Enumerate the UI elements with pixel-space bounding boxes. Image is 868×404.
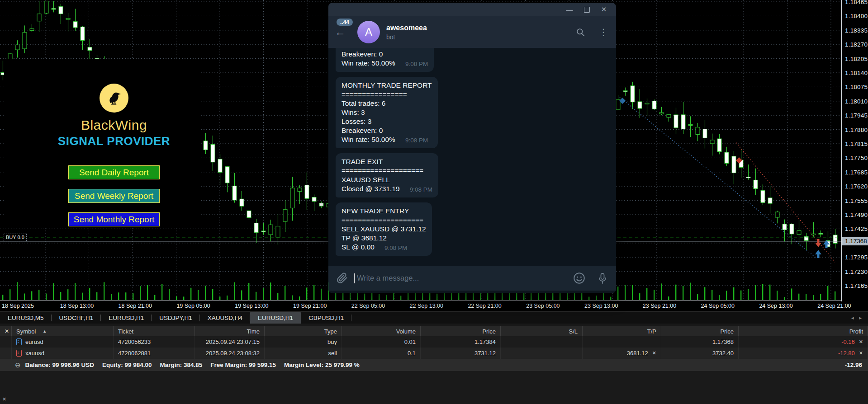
send-report-button-0[interactable]: Send Daily Report	[68, 165, 160, 179]
panel-close-icon[interactable]: ✕	[2, 396, 6, 402]
price-axis-label: 1.18335	[845, 27, 868, 33]
column-header-ticket[interactable]: Ticket	[114, 326, 195, 336]
summary-segment: Equity: 99 984.00	[102, 362, 152, 368]
message-time: 9:08 PM	[405, 136, 428, 145]
toolbox-trade-panel: ✕Symbol▲TicketTimeTypeVolumePriceS/LT/PP…	[0, 324, 868, 371]
price-axis-label: 1.17295	[845, 254, 868, 261]
attach-icon[interactable]	[337, 272, 348, 284]
message-input[interactable]: Write a message...	[357, 274, 573, 282]
chart-tab-eurusd-h1[interactable]: EURUSD,H1	[250, 312, 301, 324]
price-axis-label: 1.17685	[845, 169, 868, 175]
crow-logo-icon	[100, 84, 128, 113]
cell-symbol: eurusd	[12, 336, 114, 348]
cell-volume: 0.1	[342, 348, 421, 359]
time-axis-label: 18 Sep 21:00	[119, 303, 152, 309]
message-text: Wins: 3	[342, 108, 432, 117]
close-position-icon[interactable]: ✕	[652, 350, 656, 356]
arrow-up-marker[interactable]	[815, 250, 821, 258]
message-last-line: SL @ 0.009:08 PM	[342, 243, 426, 252]
column-header-tp[interactable]: T/P	[583, 326, 661, 336]
back-button[interactable]: ← ..44	[335, 26, 353, 38]
chart-tab-xauusd-h4[interactable]: XAUUSD,H4	[200, 312, 250, 324]
trendline-0[interactable]	[620, 97, 817, 258]
chart-tab-usdjpy-h1[interactable]: USDJPY,H1	[152, 312, 200, 324]
microphone-icon[interactable]	[597, 272, 608, 284]
time-axis[interactable]: 18 Sep 202518 Sep 13:0018 Sep 21:0019 Se…	[0, 301, 868, 311]
arrow-down-marker[interactable]	[815, 239, 821, 247]
cell-close	[0, 336, 12, 348]
chart-tab-eurusd-m5[interactable]: EURUSD,M5	[0, 312, 52, 324]
chat-header: ← ..44 A awesomeea bot ⋮	[328, 16, 616, 48]
message-last-line: Win rate: 50.00%9:08 PM	[342, 59, 428, 68]
column-header-time[interactable]: Time	[195, 326, 265, 336]
price-axis-label: 1.18140	[845, 70, 868, 76]
time-axis-label: 19 Sep 13:00	[235, 303, 268, 309]
close-button[interactable]: ✕	[595, 3, 612, 16]
tab-scroll-right-icon[interactable]: ▸	[859, 315, 862, 321]
cell-time: 2025.09.24 23:07:15	[195, 336, 265, 348]
avatar[interactable]: A	[357, 21, 380, 43]
search-icon[interactable]	[576, 28, 585, 37]
bottom-area: ✕	[0, 371, 868, 404]
tab-scroll-left-icon[interactable]: ◂	[851, 315, 854, 321]
price-axis[interactable]: 1.17368 1.184651.184001.183351.182701.18…	[841, 0, 868, 301]
send-report-button-2[interactable]: Send Monthly Report	[68, 212, 160, 226]
cell-tp: 3681.12✕	[583, 348, 661, 359]
chart-tab-gbpusd-h1[interactable]: GBPUSD,H1	[301, 312, 351, 324]
column-header-sl[interactable]: S/L	[501, 326, 583, 336]
time-axis-label: 22 Sep 13:00	[410, 303, 443, 309]
message-time: 9:08 PM	[405, 60, 428, 69]
minimize-button[interactable]: —	[561, 3, 578, 16]
message-text: ================	[342, 90, 432, 99]
cell-type: buy	[265, 336, 342, 348]
price-axis-label: 1.17425	[845, 225, 868, 232]
chart-tab-eurusd-h1[interactable]: EURUSD,H1	[101, 312, 152, 324]
column-header-price[interactable]: Price	[421, 326, 501, 336]
price-axis-label: 1.17620	[845, 183, 868, 190]
chart-tab-usdchf-h1[interactable]: USDCHF,H1	[52, 312, 101, 324]
price-axis-label: 1.17490	[845, 211, 868, 218]
close-position-icon[interactable]: ✕	[859, 339, 863, 345]
maximize-button[interactable]	[578, 3, 595, 16]
order-type-icon	[16, 338, 22, 345]
message-text: Breakeven: 0	[342, 50, 428, 59]
message-list: Breakeven: 0Win rate: 50.00%9:08 PMMONTH…	[328, 48, 616, 266]
trade-row-xauusd[interactable]: xauusd47200628812025.09.24 23:08:32sell0…	[0, 348, 868, 359]
time-axis-label: 18 Sep 2025	[2, 303, 34, 309]
message-last-line: Win rate: 50.00%9:08 PM	[342, 135, 432, 144]
cell-volume: 0.01	[342, 336, 421, 348]
cell-symbol: xauusd	[12, 348, 114, 359]
time-axis-label: 24 Sep 05:00	[701, 303, 735, 309]
chart-tab-bar: EURUSD,M5USDCHF,H1EURUSD,H1USDJPY,H1XAUU…	[0, 311, 868, 324]
message-text: Total trades: 6	[342, 99, 432, 108]
buy-position-label: BUY 0.0	[4, 234, 27, 241]
close-position-icon[interactable]: ✕	[859, 350, 863, 356]
time-axis-label: 23 Sep 13:00	[584, 303, 618, 309]
trade-row-eurusd[interactable]: eurusd47200562332025.09.24 23:07:15buy0.…	[0, 336, 868, 348]
telegram-titlebar: — ✕	[328, 3, 616, 16]
column-header-type[interactable]: Type	[265, 326, 342, 336]
chat-name: awesomeea	[386, 24, 576, 32]
time-axis-label: 22 Sep 21:00	[468, 303, 501, 309]
message-text: TP @ 3681.12	[342, 234, 426, 243]
message-last-line: Closed @ 3731.199:08 PM	[342, 184, 432, 193]
column-header-price[interactable]: Price	[661, 326, 739, 336]
text-caret	[354, 273, 355, 283]
time-axis-label: 24 Sep 21:00	[817, 303, 851, 309]
message-time: 9:08 PM	[384, 244, 407, 253]
message-bubble: Breakeven: 0Win rate: 50.00%9:08 PM	[336, 48, 434, 72]
send-report-button-1[interactable]: Send Weekly Report	[68, 189, 160, 203]
report-buttons: Send Daily ReportSend Weekly ReportSend …	[68, 148, 160, 226]
column-header-symbol[interactable]: Symbol▲	[12, 326, 114, 336]
emoji-icon[interactable]	[573, 272, 585, 284]
message-time: 9:08 PM	[410, 185, 432, 194]
chat-title-block[interactable]: awesomeea bot	[386, 24, 576, 41]
price-axis-label: 1.17555	[845, 197, 868, 204]
column-header-volume[interactable]: Volume	[342, 326, 421, 336]
kebab-menu-icon[interactable]: ⋮	[599, 28, 608, 37]
column-header-profit[interactable]: Profit	[739, 326, 868, 336]
time-axis-label: 24 Sep 13:00	[759, 303, 792, 309]
toolbox-close-icon[interactable]: ✕	[5, 328, 9, 334]
unread-badge: ..44	[337, 19, 353, 26]
mt5-terminal: BUY 0.0 1.17368 1.184651.184001.183351.1…	[0, 0, 868, 404]
